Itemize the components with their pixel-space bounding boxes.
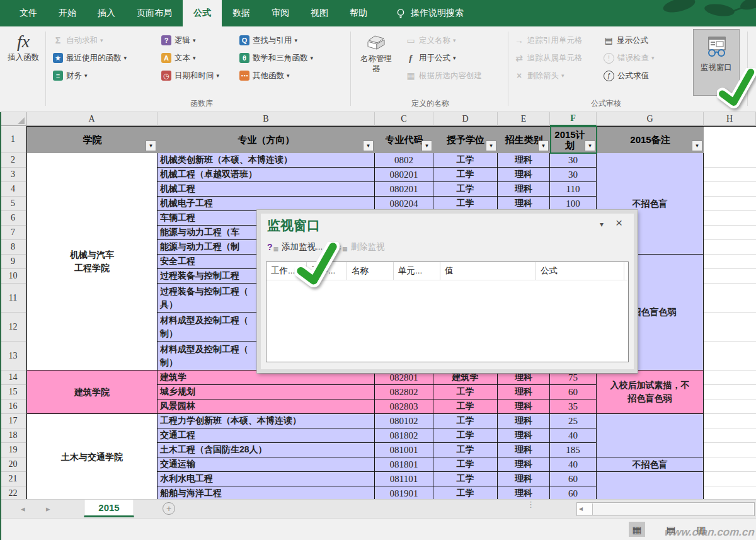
row-header-3[interactable]: 3 <box>0 168 26 182</box>
ribbon-button-最近使用的函数[interactable]: ★最近使用的函数▾ <box>53 50 127 66</box>
row-header-2[interactable]: 2 <box>0 153 26 168</box>
ribbon-button-查找与引用[interactable]: Q查找与引用▾ <box>239 33 297 48</box>
cell-H11[interactable] <box>704 284 756 313</box>
row-header-21[interactable]: 21 <box>0 472 26 486</box>
cell-D17[interactable]: 工学 <box>433 414 498 428</box>
select-all-corner[interactable] <box>0 112 26 126</box>
college-cell-机械与汽车工程学院[interactable]: 机械与汽车工程学院 <box>26 153 158 371</box>
cell-H4[interactable] <box>704 182 756 197</box>
watch-column-header-5[interactable]: 值 <box>440 262 536 280</box>
column-header-F[interactable]: F <box>550 112 597 126</box>
row-header-5[interactable]: 5 <box>0 197 26 211</box>
row-header-22[interactable]: 22 <box>0 486 26 499</box>
tab-审阅[interactable]: 审阅 <box>261 0 300 26</box>
cell-C5[interactable]: 080204 <box>375 197 433 211</box>
name-manager-button[interactable]: 名称管理器 <box>357 29 396 74</box>
column-header-A[interactable]: A <box>26 112 158 126</box>
cell-H8[interactable] <box>704 240 756 255</box>
filter-dropdown-A[interactable]: ▾ <box>146 141 156 151</box>
cell-B20[interactable]: 交通运输 <box>158 457 375 472</box>
tab-文件[interactable]: 文件 <box>9 0 48 26</box>
cell-C3[interactable]: 080201 <box>375 168 433 182</box>
cell-D3[interactable]: 工学 <box>433 168 498 182</box>
cell-C21[interactable]: 081101 <box>375 472 433 486</box>
cell-H19[interactable] <box>704 443 756 457</box>
cell-F2[interactable]: 30 <box>550 153 597 168</box>
row-header-18[interactable]: 18 <box>0 428 26 443</box>
sheet-tab-2015[interactable]: 2015 <box>84 500 134 517</box>
cell-H14[interactable] <box>704 371 756 385</box>
cell-H16[interactable] <box>704 399 756 414</box>
cell-B22[interactable]: 船舶与海洋工程 <box>158 486 375 499</box>
cell-B21[interactable]: 水利水电工程 <box>158 472 375 486</box>
cell-H21[interactable] <box>704 472 756 486</box>
row-header-8[interactable]: 8 <box>0 240 26 255</box>
cell-B18[interactable]: 交通工程 <box>158 428 375 443</box>
header-cell-D[interactable]: 授予学位▾ <box>433 126 498 154</box>
row-header-12[interactable]: 12 <box>0 313 26 342</box>
row-header-9[interactable]: 9 <box>0 255 26 269</box>
row-header-16[interactable]: 16 <box>0 399 26 414</box>
cell-E5[interactable]: 理科 <box>498 197 550 211</box>
normal-view-icon[interactable]: ▦ <box>629 522 645 537</box>
cell-H3[interactable] <box>704 168 756 182</box>
remark-cell-6[interactable] <box>597 472 704 499</box>
column-header-E[interactable]: E <box>498 112 550 126</box>
tab-数据[interactable]: 数据 <box>222 0 261 26</box>
cell-D20[interactable]: 工学 <box>433 457 498 472</box>
cell-B15[interactable]: 城乡规划 <box>158 385 375 399</box>
ribbon-button-财务[interactable]: ≡财务▾ <box>53 68 88 83</box>
cell-D4[interactable]: 工学 <box>433 182 498 197</box>
pane-splitter-handle[interactable]: ⋮ <box>527 503 532 507</box>
cell-C4[interactable]: 080201 <box>375 182 433 197</box>
cell-H7[interactable] <box>704 226 756 240</box>
cell-C19[interactable]: 081001 <box>375 443 433 457</box>
ribbon-button-文本[interactable]: A文本▾ <box>161 50 196 66</box>
ribbon-button-逻辑[interactable]: ?逻辑▾ <box>161 33 196 48</box>
cell-B2[interactable]: 机械类创新班（本硕、本博连读） <box>158 153 375 168</box>
tab-页面布局[interactable]: 页面布局 <box>126 0 183 26</box>
cell-D15[interactable]: 工学 <box>433 385 498 399</box>
cell-B19[interactable]: 土木工程（含国防生28人） <box>158 443 375 457</box>
cell-D2[interactable]: 工学 <box>433 153 498 168</box>
row-header-19[interactable]: 19 <box>0 443 26 457</box>
cell-C18[interactable]: 081802 <box>375 428 433 443</box>
cell-D19[interactable]: 工学 <box>433 443 498 457</box>
college-cell-建筑学院[interactable]: 建筑学院 <box>26 371 158 414</box>
cell-F18[interactable]: 40 <box>550 428 597 443</box>
cell-C22[interactable]: 081901 <box>375 486 433 499</box>
cell-E15[interactable]: 理科 <box>498 385 550 399</box>
header-cell-E[interactable]: 招生类别▾ <box>498 126 551 154</box>
scroll-left-icon[interactable]: ◂ <box>579 504 583 513</box>
watch-column-header-6[interactable]: 公式 <box>536 262 624 280</box>
filter-dropdown-B[interactable]: ▾ <box>363 141 374 151</box>
cell-B16[interactable]: 风景园林 <box>158 399 375 414</box>
column-header-H[interactable]: H <box>704 112 756 126</box>
horizontal-scrollbar[interactable]: ◂ <box>576 502 755 516</box>
cell-H18[interactable] <box>704 428 756 443</box>
cell-E21[interactable]: 理科 <box>498 472 550 486</box>
sheet-nav-right-icon[interactable]: ▸ <box>46 504 50 514</box>
column-header-D[interactable]: D <box>433 112 498 126</box>
sheet-nav-left-icon[interactable]: ◂ <box>21 504 25 514</box>
remark-cell-3[interactable]: 入校后加试素描，不招色盲色弱 <box>597 371 704 414</box>
cell-D21[interactable]: 工学 <box>433 472 498 486</box>
cell-H20[interactable] <box>704 457 756 472</box>
cell-H10[interactable] <box>704 269 756 284</box>
cell-H5[interactable] <box>704 197 756 211</box>
cell-C20[interactable]: 081801 <box>375 457 433 472</box>
filter-dropdown-F[interactable]: ▾ <box>585 141 595 151</box>
cell-E17[interactable]: 理科 <box>498 414 550 428</box>
cell-C16[interactable]: 082803 <box>375 399 433 414</box>
cell-F17[interactable]: 25 <box>550 414 597 428</box>
cell-E19[interactable]: 理科 <box>498 443 550 457</box>
ribbon-button-其他函数[interactable]: ⋯其他函数▾ <box>239 68 290 83</box>
cell-F21[interactable]: 60 <box>550 472 597 486</box>
row-header-7[interactable]: 7 <box>0 226 26 240</box>
remark-cell-5[interactable]: 不招色盲 <box>597 457 704 472</box>
ribbon-button-公式求值[interactable]: ƒ公式求值 <box>604 68 649 83</box>
college-cell-土木与交通学院[interactable]: 土木与交通学院 <box>26 414 158 499</box>
cell-H13[interactable] <box>704 342 756 371</box>
cell-E2[interactable]: 理科 <box>498 153 550 168</box>
cell-F20[interactable]: 40 <box>550 457 597 472</box>
